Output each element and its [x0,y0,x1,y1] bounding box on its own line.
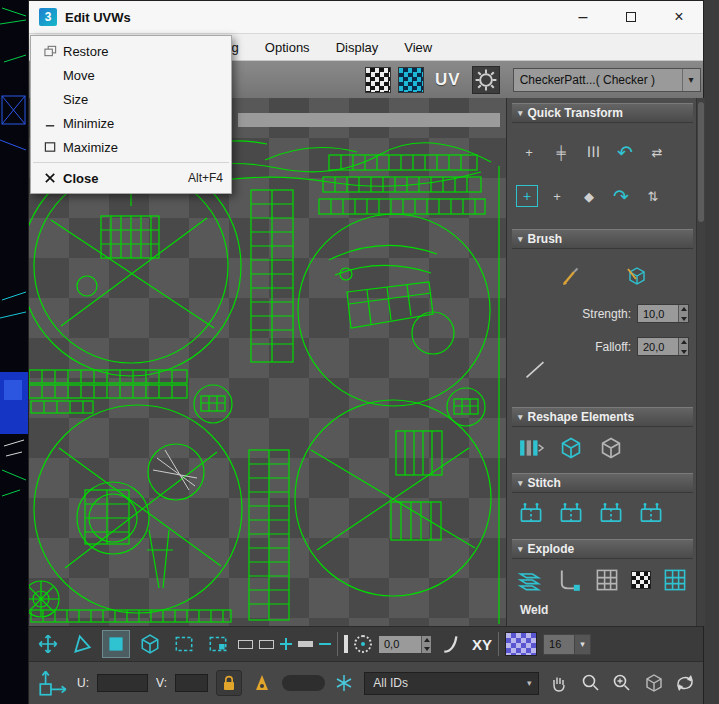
reshape-header[interactable]: ▾ Reshape Elements [512,407,693,427]
straighten-selection-icon[interactable] [516,434,546,462]
snap-plus-icon[interactable]: + [516,185,538,207]
falloff-value: 20,0 [638,341,678,353]
menu-item-maximize[interactable]: Maximize [31,135,231,159]
falloff-field[interactable]: 20,0 [637,337,689,356]
spin-up-icon[interactable] [422,636,431,645]
contract-selection-icon[interactable] [319,643,331,645]
relax-element-icon[interactable] [556,434,586,462]
gear-icon [473,67,499,93]
freeze-snowflake-icon[interactable] [333,671,357,695]
paint-brush-icon[interactable] [555,262,585,290]
rotate-ccw-icon[interactable]: ↶ [612,140,638,164]
spin-down-icon[interactable] [422,644,431,653]
brush-header[interactable]: ▾ Brush [512,229,693,249]
distribute-vertical-icon[interactable]: ┃┃┃ [580,140,606,164]
strength-field[interactable]: 10,0 [637,304,689,323]
scrollbar-thumb[interactable] [698,102,704,222]
rotate-view-icon[interactable] [673,671,697,695]
quick-transform-header[interactable]: ▾ Quick Transform [512,103,693,123]
rotate-cw-icon[interactable]: ↷ [608,184,634,208]
menu-item-restore[interactable]: Restore [31,39,231,63]
spin-down-icon[interactable] [679,314,688,323]
align-plus-icon[interactable]: + [516,140,542,164]
falloff-line-icon[interactable] [520,355,550,383]
zoom-extents-cube-icon[interactable] [642,671,666,695]
falloff-distance-field[interactable]: 0,0 [378,635,432,654]
right-panel: ▾ Quick Transform + ╪ ┃┃┃ ↶ ⇄ + + ◆ [506,98,705,626]
status-bar: U: V: All IDs ▾ [29,661,703,704]
texture-dropdown[interactable]: CheckerPatt...( Checker ) ▾ [513,68,701,92]
swap-vertical-icon[interactable]: ⇅ [640,184,666,208]
grow-rect-icon[interactable] [238,640,253,649]
shrink-rect-icon[interactable] [259,640,274,649]
close-button[interactable]: × [655,1,703,33]
spin-up-icon[interactable] [679,305,688,314]
soft-selection-icon[interactable] [354,635,372,653]
rectangle-select-icon[interactable] [170,630,198,658]
collapse-rect-icon[interactable] [298,641,313,647]
freeform-tool-button[interactable] [136,630,164,658]
rescale-element-icon[interactable] [596,434,626,462]
panel-scrollbar[interactable] [696,98,705,626]
checker-diamond-icon[interactable]: ◆ [576,184,602,208]
relax-brush-icon[interactable] [621,262,651,290]
u-value-field[interactable] [97,674,148,692]
stitch-header[interactable]: ▾ Stitch [512,473,693,493]
menu-item-minimize[interactable]: Minimize [31,111,231,135]
explode-layers-icon[interactable] [516,566,544,594]
checker-pattern-icon[interactable] [365,67,391,93]
pixel-snap-icon[interactable] [505,632,537,656]
maximize-button[interactable] [607,1,655,33]
rotate-tool-button[interactable] [68,630,96,658]
spin-up-icon[interactable] [679,338,688,347]
menu-view[interactable]: View [404,40,432,55]
stitch-custom-icon[interactable] [516,500,546,528]
spin-down-icon[interactable] [679,347,688,356]
checker-color-icon[interactable] [398,67,424,93]
texture-dropdown-value: CheckerPatt...( Checker ) [520,73,655,87]
flatten-strip-icon[interactable] [661,566,689,594]
menu-item-move[interactable]: Move [31,63,231,87]
close-icon [44,172,57,184]
coord-spinner[interactable] [421,636,431,653]
swap-horizontal-icon[interactable]: ⇄ [644,140,670,164]
menu-item-size[interactable]: Size [31,87,231,111]
snap-toggle-icon[interactable] [250,671,274,695]
explode-header[interactable]: ▾ Explode [512,539,693,559]
menu-display[interactable]: Display [336,40,379,55]
uvw-gizmo-icon[interactable] [35,667,69,699]
flatten-grid-icon[interactable] [593,566,621,594]
rectangle-select-alt-icon[interactable] [204,630,232,658]
stitch-target-icon[interactable] [636,500,666,528]
restore-icon [44,45,57,57]
move-plus-icon[interactable]: + [544,184,570,208]
menu-item-close[interactable]: Close Alt+F4 [31,166,231,190]
paint-select-icon[interactable] [344,635,348,653]
break-edges-icon[interactable] [554,566,582,594]
grid-size-field[interactable]: 16 ▾ [543,634,591,655]
material-id-dropdown[interactable]: All IDs ▾ [364,672,539,695]
menu-options[interactable]: Options [265,40,310,55]
pan-hand-icon[interactable] [547,671,571,695]
xy-space-label[interactable]: XY [472,636,492,653]
zoom-region-icon[interactable] [610,671,634,695]
texture-settings-button[interactable] [472,66,500,94]
minimize-button[interactable]: – [559,1,607,33]
stitch-average-icon[interactable] [596,500,626,528]
lock-selection-button[interactable] [216,670,242,696]
strength-spinner[interactable] [678,305,688,322]
align-horizontal-icon[interactable]: ╪ [548,140,574,164]
title-bar[interactable]: 3 Edit UVWs – × [29,1,703,34]
grid-size-dropdown-arrow[interactable]: ▾ [574,635,590,654]
expand-selection-icon[interactable] [280,638,292,650]
flatten-checker-icon[interactable] [631,571,650,589]
window-controls: – × [559,1,703,33]
falloff-curve-icon[interactable] [438,630,466,658]
zoom-icon[interactable] [579,671,603,695]
viewport-wireframes [0,0,28,704]
scale-tool-button[interactable] [102,630,130,658]
falloff-spinner[interactable] [678,338,688,355]
stitch-source-icon[interactable] [556,500,586,528]
move-tool-button[interactable] [34,630,62,658]
v-value-field[interactable] [175,674,208,692]
